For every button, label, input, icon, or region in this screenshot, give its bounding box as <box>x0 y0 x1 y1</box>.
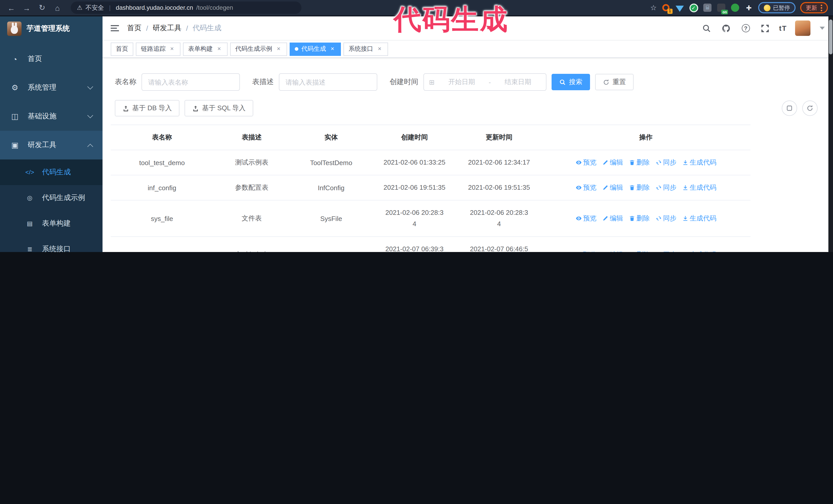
chevron-down-icon <box>88 113 93 118</box>
close-icon[interactable]: × <box>275 46 282 52</box>
row-action-delete[interactable]: 删除 <box>629 158 650 167</box>
row-action-edit[interactable]: 编辑 <box>602 183 623 192</box>
db-import-button[interactable]: 基于 DB 导入 <box>115 100 180 116</box>
app-title: 芋道管理系统 <box>27 24 70 33</box>
extension-gem-icon[interactable] <box>675 3 684 12</box>
extension-columns-icon[interactable]: ⌸ <box>703 3 712 12</box>
browser-back-icon[interactable]: ← <box>5 2 18 14</box>
extensions-puzzle-icon[interactable]: ✚ <box>744 3 754 12</box>
row-action-preview[interactable]: 预览 <box>575 158 596 167</box>
row-action-sync[interactable]: 同步 <box>656 158 676 167</box>
browser-reload-icon[interactable]: ↻ <box>36 2 48 14</box>
close-icon[interactable]: × <box>329 46 336 52</box>
font-size-icon[interactable]: tT <box>779 24 787 32</box>
table-row: sys_file文件表SysFile2021-02-06 20:28:3 420… <box>111 200 751 237</box>
user-avatar[interactable] <box>795 21 810 36</box>
row-action-label: 编辑 <box>610 158 623 167</box>
extension-check-icon[interactable]: ✓ <box>689 3 698 12</box>
tab-home[interactable]: 首页 <box>111 42 133 56</box>
table-desc-input[interactable] <box>279 73 377 91</box>
avatar-dropdown-icon[interactable] <box>820 27 825 30</box>
codegen-table: 表名称 表描述 实体 创建时间 更新时间 操作 tool_test_demo测试… <box>111 125 751 252</box>
row-action-sync[interactable]: 同步 <box>656 183 676 192</box>
search-icon[interactable] <box>701 23 713 34</box>
pencil-icon <box>602 185 608 191</box>
sidebar-item-devtools[interactable]: ▣ 研发工具 <box>0 131 102 160</box>
close-icon[interactable]: × <box>376 46 383 52</box>
search-button[interactable]: 搜索 <box>552 74 590 90</box>
extension-orange-icon[interactable]: 1 <box>661 3 670 12</box>
toggle-search-icon[interactable] <box>782 100 797 116</box>
sql-import-button[interactable]: 基于 SQL 导入 <box>185 100 254 116</box>
row-action-sync[interactable]: 同步 <box>656 214 676 223</box>
fullscreen-icon[interactable] <box>760 23 771 34</box>
github-icon[interactable] <box>721 23 732 34</box>
extension-on-icon[interactable]: on <box>717 3 726 12</box>
cell-entity: InfJob <box>290 244 372 252</box>
row-action-generate[interactable]: 生成代码 <box>682 214 716 223</box>
app-logo[interactable]: 芋道管理系统 <box>0 17 102 41</box>
close-icon[interactable]: × <box>216 46 222 52</box>
refresh-icon[interactable] <box>802 100 818 116</box>
sidebar-item-codegen[interactable]: </> 代码生成 <box>0 160 102 185</box>
scrollbar-thumb[interactable] <box>829 20 832 54</box>
sidebar: 芋道管理系统 ◔ 首页 ⚙ 系统管理 ◫ 基础设施 ▣ <box>0 17 102 252</box>
breadcrumb: 首页 / 研发工具 / 代码生成 <box>127 24 221 33</box>
row-action-preview[interactable]: 预览 <box>575 214 596 223</box>
browser-forward-icon[interactable]: → <box>21 2 33 14</box>
row-action-edit[interactable]: 编辑 <box>602 214 623 223</box>
tab-trace[interactable]: 链路追踪× <box>136 42 181 56</box>
row-action-delete[interactable]: 删除 <box>629 183 650 192</box>
extension-frog-icon[interactable] <box>731 3 740 12</box>
row-action-label: 预览 <box>583 183 596 192</box>
row-action-edit[interactable]: 编辑 <box>602 158 623 167</box>
cell-table-name: inf_config <box>111 177 213 198</box>
sidebar-item-system-api[interactable]: ≣ 系统接口 <box>0 236 102 252</box>
sidebar-item-system[interactable]: ⚙ 系统管理 <box>0 73 102 102</box>
tab-codegen-example[interactable]: 代码生成示例× <box>230 42 287 56</box>
row-actions: 预览编辑删除同步生成代码 <box>545 214 746 223</box>
reset-button[interactable]: 重置 <box>595 74 634 90</box>
bookmark-star-icon[interactable]: ☆ <box>650 4 657 12</box>
cell-entity: InfConfig <box>290 177 372 198</box>
sidebar-collapse-icon[interactable] <box>102 16 127 40</box>
row-action-label: 删除 <box>636 250 650 252</box>
close-icon[interactable]: × <box>169 46 175 52</box>
create-time-label: 创建时间 <box>389 77 418 87</box>
row-action-delete[interactable]: 删除 <box>629 250 650 252</box>
row-action-preview[interactable]: 预览 <box>575 250 596 252</box>
date-range-picker[interactable]: ⊞ 开始日期 - 结束日期 <box>423 73 546 91</box>
row-action-edit[interactable]: 编辑 <box>602 250 623 252</box>
sidebar-item-form-builder[interactable]: ▤ 表单构建 <box>0 211 102 236</box>
scrollbar-track[interactable] <box>828 17 833 252</box>
paused-extension-pill[interactable]: 已暂停 <box>758 2 795 13</box>
table-row: inf_config参数配置表InfConfig2021-02-06 19:51… <box>111 175 751 200</box>
pencil-icon <box>602 160 608 166</box>
sync-icon <box>656 185 662 191</box>
row-action-label: 预览 <box>583 158 596 167</box>
row-action-generate[interactable]: 生成代码 <box>682 250 716 252</box>
sidebar-item-infra[interactable]: ◫ 基础设施 <box>0 102 102 131</box>
row-action-preview[interactable]: 预览 <box>575 183 596 192</box>
sync-icon <box>656 215 662 221</box>
breadcrumb-devtools[interactable]: 研发工具 <box>153 24 182 33</box>
address-bar[interactable]: ⚠ 不安全 | dashboard.yudao.iocoder.cn/tool/… <box>71 2 302 14</box>
update-button[interactable]: 更新 <box>800 2 828 13</box>
tab-label: 首页 <box>116 45 128 53</box>
sidebar-item-home[interactable]: ◔ 首页 <box>0 45 102 73</box>
calendar-icon: ⊞ <box>429 78 435 86</box>
breadcrumb-home[interactable]: 首页 <box>127 24 142 33</box>
row-action-delete[interactable]: 删除 <box>629 214 650 223</box>
browser-menu-dots-icon[interactable] <box>821 4 822 11</box>
form-icon: ▤ <box>25 220 35 227</box>
help-icon[interactable]: ? <box>740 23 752 34</box>
tab-codegen[interactable]: 代码生成× <box>290 42 341 56</box>
browser-home-icon[interactable]: ⌂ <box>51 2 64 14</box>
row-action-generate[interactable]: 生成代码 <box>682 183 716 192</box>
table-name-input[interactable] <box>142 73 240 91</box>
row-action-sync[interactable]: 同步 <box>656 250 676 252</box>
tab-form-builder[interactable]: 表单构建× <box>183 42 228 56</box>
sidebar-item-codegen-example[interactable]: ◎ 代码生成示例 <box>0 185 102 211</box>
row-action-generate[interactable]: 生成代码 <box>682 158 716 167</box>
tab-system-api[interactable]: 系统接口× <box>343 42 388 56</box>
